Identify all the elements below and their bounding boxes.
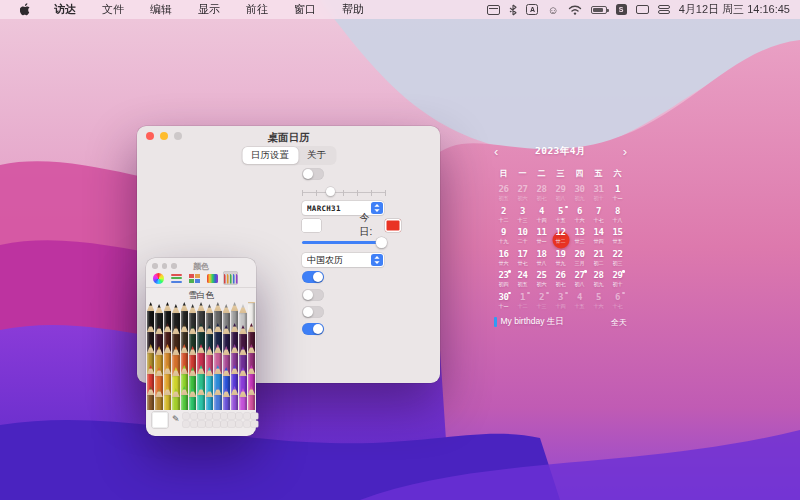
swatch-cell[interactable] [198,421,204,427]
pencil-color[interactable] [197,386,204,410]
calendar-day[interactable]: 5十六 [589,292,608,314]
calendar-day[interactable]: 19廿九 [551,249,570,271]
pencils-icon[interactable] [223,271,238,285]
pencil-color[interactable] [155,388,162,410]
pencil-color[interactable] [214,386,221,410]
calendar-day[interactable]: 3十四 [551,292,570,314]
event-row[interactable]: My birthday 生日 全天 [494,316,627,328]
color-sliders-icon[interactable] [169,271,184,285]
pencil-color[interactable] [181,386,188,410]
calendar-day[interactable]: 31初十 [589,184,608,206]
color-wheel-icon[interactable] [151,271,166,285]
calendar-day[interactable]: 27初八 [570,270,589,292]
pencil-color[interactable] [164,386,171,410]
calendar-day[interactable]: 4十四 [532,206,551,228]
calendar-day[interactable]: 4十五 [570,292,589,314]
calendar-day[interactable]: 27初六 [513,184,532,206]
today-color-well[interactable] [385,219,401,232]
menu-item[interactable]: 文件 [89,2,137,17]
show-events-toggle[interactable] [302,271,324,283]
calendar-day[interactable]: 30初九 [570,184,589,206]
calendar-day[interactable]: 14廿四 [589,227,608,249]
opacity-slider-thumb[interactable] [376,237,387,248]
calendar-day[interactable]: 18廿八 [532,249,551,271]
menubar-icon-toggle[interactable] [302,323,324,335]
swatch-cell[interactable] [213,413,219,419]
pencil-color[interactable] [239,388,246,410]
eyedropper-icon[interactable]: ✎ [172,414,180,424]
pencil-color[interactable] [172,388,179,410]
calendar-day-today[interactable]: 12廿二 [551,227,570,249]
calendar-color-well[interactable] [302,219,321,232]
swatch-cell[interactable] [221,421,227,427]
calendar-day[interactable]: 26初七 [551,270,570,292]
pencil-color[interactable] [147,386,154,410]
apple-menu-icon[interactable] [20,3,31,16]
swatch-cell[interactable] [228,413,234,419]
menu-item[interactable]: 窗口 [281,2,329,17]
input-source-icon[interactable]: A [526,3,538,16]
menu-item[interactable]: 访达 [41,2,89,17]
swatch-cell[interactable] [244,413,250,419]
face-icon[interactable]: ☺ [547,3,558,16]
calendar-icon[interactable] [487,3,500,16]
calendar-day[interactable]: 7十七 [589,206,608,228]
pencil-color[interactable] [223,388,230,410]
swatch-cell[interactable] [191,421,197,427]
calendar-day[interactable]: 20三月 [570,249,589,271]
ignore-mouse-toggle[interactable] [302,289,324,301]
size-slider-thumb[interactable] [326,187,335,196]
calendar-day[interactable]: 8十八 [608,206,627,228]
calendar-day[interactable]: 5十五 [551,206,570,228]
calendar-day[interactable]: 26初五 [494,184,513,206]
pencil-color[interactable] [206,388,213,410]
calendar-day[interactable]: 24初五 [513,270,532,292]
calendar-day[interactable]: 30十一 [494,292,513,314]
calendar-day[interactable]: 6十七 [608,292,627,314]
tab-about[interactable]: 关于 [298,147,335,164]
swatch-cell[interactable] [206,413,212,419]
next-month-button[interactable]: › [623,147,627,157]
color-palette-icon[interactable] [187,271,202,285]
calendar-day[interactable]: 11廿一 [532,227,551,249]
calendar-day[interactable]: 2十二 [494,206,513,228]
pencil-color[interactable] [231,386,238,410]
calendar-day[interactable]: 23初四 [494,270,513,292]
swatch-cell[interactable] [191,413,197,419]
menu-bar-clock[interactable]: 4月12日 周三 14:16:45 [679,2,790,17]
menu-item[interactable]: 显示 [185,2,233,17]
menu-item[interactable]: 帮助 [329,2,377,17]
calendar-day[interactable]: 28初七 [532,184,551,206]
calendar-day[interactable]: 6十六 [570,206,589,228]
pencil-color[interactable] [248,386,255,410]
calendar-day[interactable]: 22初三 [608,249,627,271]
display-icon[interactable] [636,3,649,16]
image-palette-icon[interactable] [205,271,220,285]
calendar-day[interactable]: 13廿三 [570,227,589,249]
opacity-slider[interactable] [302,236,386,248]
swatch-cell[interactable] [206,421,212,427]
menu-item[interactable]: 前往 [233,2,281,17]
other-calendar-select[interactable]: 中国农历 [302,253,384,267]
battery-icon[interactable] [591,3,607,16]
swatch-cell[interactable] [236,421,242,427]
calendar-day[interactable]: 17廿七 [513,249,532,271]
swatch-cell[interactable] [183,413,189,419]
swatch-cell[interactable] [183,421,189,427]
swatch-cell[interactable] [244,421,250,427]
swatch-cell[interactable] [221,413,227,419]
launch-toggle[interactable] [302,168,324,180]
calendar-day[interactable]: 15廿五 [608,227,627,249]
calendar-day[interactable]: 10二十 [513,227,532,249]
calendar-day[interactable]: 1十一 [608,184,627,206]
calendar-day[interactable]: 21初二 [589,249,608,271]
calendar-day[interactable]: 29初八 [551,184,570,206]
follow-workspace-toggle[interactable] [302,306,324,318]
current-color-well[interactable] [152,412,168,428]
calendar-day[interactable]: 28初九 [589,270,608,292]
swatch-cell[interactable] [251,421,257,427]
menu-item[interactable]: 编辑 [137,2,185,17]
swatch-cell[interactable] [251,413,257,419]
calendar-day[interactable]: 1十二 [513,292,532,314]
bluetooth-icon[interactable] [509,3,517,16]
